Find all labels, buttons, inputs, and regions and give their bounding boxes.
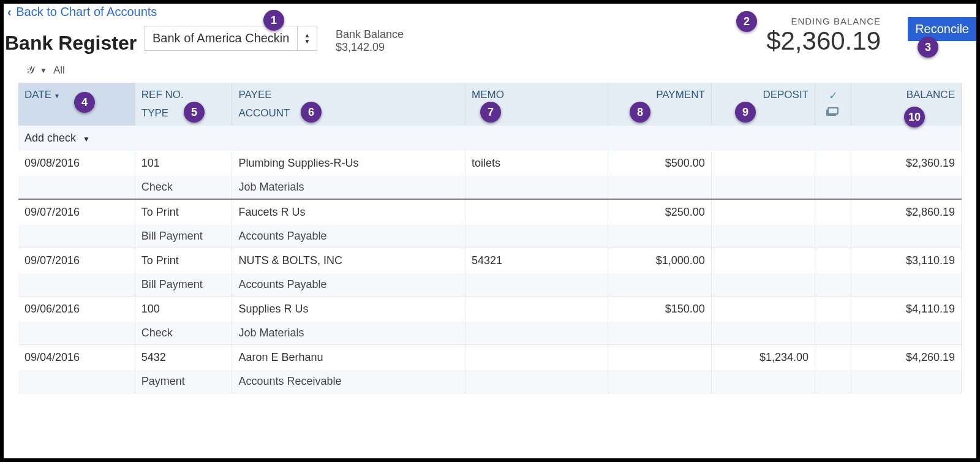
cell-date: 09/07/2016 bbox=[18, 199, 135, 225]
cell-payment: $1,000.00 bbox=[608, 248, 711, 274]
register-table: DATE▼ REF NO. TYPE PAYEE ACCOUNT MEMO PA… bbox=[18, 83, 962, 393]
cell-deposit bbox=[711, 248, 815, 274]
cell-payment bbox=[608, 345, 711, 371]
table-row[interactable]: 09/06/2016100Supplies R Us$150.00$4,110.… bbox=[18, 297, 962, 322]
cell-type: Bill Payment bbox=[135, 273, 232, 296]
cell-type: Check bbox=[135, 322, 232, 344]
col-status[interactable]: ✓ bbox=[815, 83, 851, 126]
table-row[interactable]: 09/07/2016To PrintFaucets R Us$250.00$2,… bbox=[18, 199, 962, 225]
cell-status bbox=[815, 297, 851, 322]
add-check-label: Add check bbox=[24, 132, 76, 144]
cell-payment: $500.00 bbox=[608, 151, 711, 176]
chevron-down-icon: ▼ bbox=[83, 135, 90, 143]
cell-payee: Aaron E Berhanu bbox=[232, 345, 466, 371]
ending-balance-block: ENDING BALANCE $2,360.19 bbox=[766, 16, 881, 56]
account-dropdown-button[interactable]: ▲ ▼ bbox=[298, 26, 317, 51]
cell-payee: NUTS & BOLTS, INC bbox=[232, 248, 466, 274]
ending-balance-label: ENDING BALANCE bbox=[766, 16, 881, 26]
page-title: Bank Register bbox=[5, 32, 137, 55]
cell-balance: $2,860.19 bbox=[851, 199, 962, 225]
cell-payee: Plumbing Supplies-R-Us bbox=[232, 151, 466, 176]
cell-ref: 5432 bbox=[135, 345, 232, 371]
account-dropdown-value: Bank of America Checkin bbox=[145, 26, 298, 51]
cell-ref: To Print bbox=[135, 199, 232, 225]
cell-deposit bbox=[711, 151, 815, 176]
cell-payment: $250.00 bbox=[608, 199, 711, 225]
cell-status bbox=[815, 151, 851, 176]
ending-balance-value: $2,360.19 bbox=[766, 26, 881, 56]
reconcile-button[interactable]: Reconcile bbox=[908, 17, 976, 41]
cell-date: 09/04/2016 bbox=[18, 345, 135, 371]
cell-account: Accounts Payable bbox=[232, 225, 466, 248]
bank-balance-label: Bank Balance bbox=[336, 28, 404, 40]
cell-deposit: $1,234.00 bbox=[711, 345, 815, 371]
cell-account: Job Materials bbox=[232, 322, 466, 344]
cell-balance: $4,260.19 bbox=[851, 345, 962, 371]
sort-caret-icon: ▼ bbox=[54, 93, 60, 99]
cell-status bbox=[815, 345, 851, 371]
cell-date: 09/06/2016 bbox=[18, 297, 135, 322]
cell-ref: 100 bbox=[135, 297, 232, 322]
bank-balance-block: Bank Balance $3,142.09 bbox=[336, 28, 404, 54]
back-to-chart-link[interactable]: ‹ Back to Chart of Accounts bbox=[7, 5, 157, 19]
chevron-left-icon: ‹ bbox=[7, 5, 12, 18]
cell-date: 09/08/2016 bbox=[18, 151, 135, 176]
cell-deposit bbox=[711, 297, 815, 322]
cell-balance: $3,110.19 bbox=[851, 248, 962, 274]
bank-balance-value: $3,142.09 bbox=[336, 41, 404, 54]
header-region: ‹ Back to Chart of Accounts Bank Registe… bbox=[4, 4, 976, 60]
back-label: Back to Chart of Accounts bbox=[16, 5, 157, 18]
cell-account: Accounts Receivable bbox=[232, 370, 466, 393]
cell-memo bbox=[466, 199, 608, 225]
cell-status bbox=[815, 199, 851, 225]
table-row-sub[interactable]: CheckJob Materials bbox=[18, 176, 962, 199]
cell-memo bbox=[466, 297, 608, 322]
cell-payee: Supplies R Us bbox=[232, 297, 466, 322]
cell-type: Bill Payment bbox=[135, 225, 232, 248]
cell-ref: To Print bbox=[135, 248, 232, 274]
table-row[interactable]: 09/07/2016To PrintNUTS & BOLTS, INC54321… bbox=[18, 248, 962, 274]
cell-account: Accounts Payable bbox=[232, 273, 466, 296]
col-deposit[interactable]: DEPOSIT bbox=[711, 83, 815, 126]
table-row-sub[interactable]: CheckJob Materials bbox=[18, 322, 962, 344]
caret-down-icon: ▼ bbox=[304, 39, 311, 45]
cell-payment: $150.00 bbox=[608, 297, 711, 322]
cell-memo: 54321 bbox=[466, 248, 608, 274]
col-payment[interactable]: PAYMENT bbox=[608, 83, 711, 126]
cell-account: Job Materials bbox=[232, 176, 466, 199]
cell-memo bbox=[466, 345, 608, 371]
header-row: DATE▼ REF NO. TYPE PAYEE ACCOUNT MEMO PA… bbox=[18, 83, 962, 126]
cell-payee: Faucets R Us bbox=[232, 199, 466, 225]
col-date[interactable]: DATE▼ bbox=[18, 83, 135, 126]
caret-up-icon: ▲ bbox=[304, 32, 311, 39]
table-row[interactable]: 09/04/20165432Aaron E Berhanu$1,234.00$4… bbox=[18, 345, 962, 371]
filter-icon[interactable]: 𝒴 bbox=[26, 64, 34, 77]
cell-balance: $2,360.19 bbox=[851, 151, 962, 176]
window-icon bbox=[827, 107, 839, 115]
cell-type: Payment bbox=[135, 370, 232, 393]
cell-date: 09/07/2016 bbox=[18, 248, 135, 274]
col-balance[interactable]: BALANCE bbox=[851, 83, 962, 126]
table-row-sub[interactable]: PaymentAccounts Receivable bbox=[18, 370, 962, 393]
cell-deposit bbox=[711, 199, 815, 225]
filter-text: All bbox=[53, 64, 65, 77]
col-ref[interactable]: REF NO. TYPE bbox=[135, 83, 232, 126]
cell-ref: 101 bbox=[135, 151, 232, 176]
add-check-row[interactable]: Add check ▼ bbox=[18, 126, 962, 151]
col-payee[interactable]: PAYEE ACCOUNT bbox=[232, 83, 466, 126]
check-icon: ✓ bbox=[821, 89, 845, 102]
cell-memo: toilets bbox=[466, 151, 608, 176]
col-memo[interactable]: MEMO bbox=[466, 83, 608, 126]
table-row-sub[interactable]: Bill PaymentAccounts Payable bbox=[18, 273, 962, 296]
filter-caret-icon[interactable]: ▼ bbox=[40, 66, 47, 75]
table-row-sub[interactable]: Bill PaymentAccounts Payable bbox=[18, 225, 962, 248]
cell-type: Check bbox=[135, 176, 232, 199]
account-dropdown[interactable]: Bank of America Checkin ▲ ▼ bbox=[145, 26, 317, 51]
cell-status bbox=[815, 248, 851, 274]
cell-balance: $4,110.19 bbox=[851, 297, 962, 322]
table-row[interactable]: 09/08/2016101Plumbing Supplies-R-Ustoile… bbox=[18, 151, 962, 176]
filter-bar: 𝒴 ▼ All bbox=[4, 60, 976, 80]
